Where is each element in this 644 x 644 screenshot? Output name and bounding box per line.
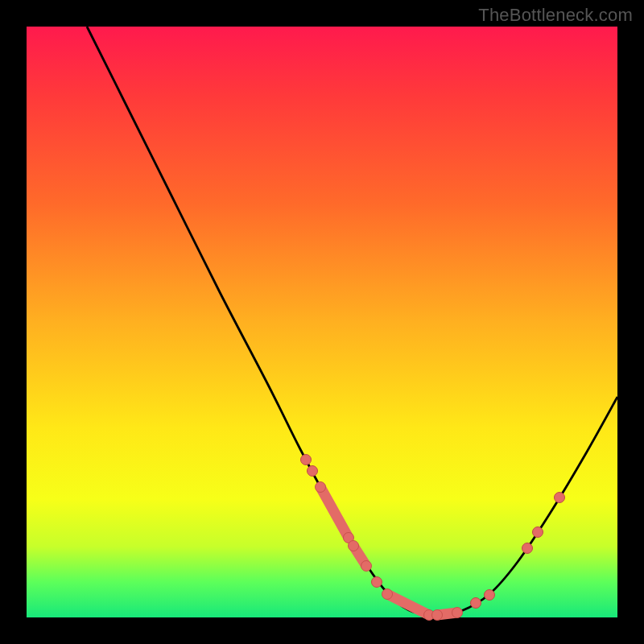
curve-marker-end xyxy=(382,589,393,600)
curve-marker-end xyxy=(452,608,463,618)
curve-marker-capsule xyxy=(387,594,429,615)
curve-svg xyxy=(27,27,617,617)
curve-marker-end xyxy=(361,561,372,572)
curve-marker-dot xyxy=(372,577,382,588)
curve-marker-dot xyxy=(301,455,312,465)
marker-layer xyxy=(301,455,565,621)
plot-area xyxy=(27,27,617,617)
chart-frame: TheBottleneck.com xyxy=(0,0,644,644)
curve-marker-dot xyxy=(555,493,565,503)
curve-marker-end xyxy=(316,482,326,493)
curve-marker-dot xyxy=(533,527,543,538)
curve-marker-dot xyxy=(308,466,318,477)
watermark-text: TheBottleneck.com xyxy=(478,5,633,26)
curve-marker-capsule xyxy=(320,487,349,538)
curve-marker-dot xyxy=(485,590,495,601)
curve-marker-dot xyxy=(522,543,533,554)
curve-marker-end xyxy=(349,541,359,551)
curve-marker-end xyxy=(432,610,443,621)
curve-marker-dot xyxy=(471,598,481,609)
